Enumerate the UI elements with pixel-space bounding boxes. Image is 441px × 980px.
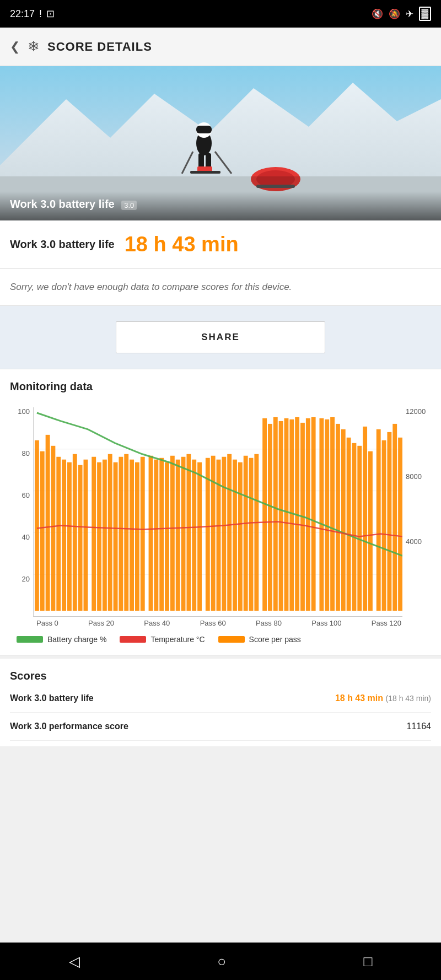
svg-rect-82 — [382, 440, 386, 610]
svg-rect-71 — [319, 418, 324, 610]
svg-rect-21 — [35, 440, 39, 610]
svg-rect-65 — [284, 418, 289, 610]
status-time: 22:17 — [10, 8, 35, 20]
page-title: SCORE DETAILS — [47, 40, 152, 54]
header: ❮ ❄ SCORE DETAILS — [0, 28, 441, 66]
temperature-legend-label: Temperature °C — [150, 635, 205, 644]
chart-container: 100 80 60 40 20 — [10, 402, 431, 649]
score-perf-value: 11164 — [407, 721, 432, 731]
svg-rect-43 — [159, 457, 164, 610]
legend-temperature: Temperature °C — [120, 635, 205, 644]
svg-rect-12 — [190, 171, 220, 174]
svg-rect-35 — [114, 462, 118, 610]
svg-rect-33 — [103, 459, 107, 610]
monitoring-section: Monitoring data 100 80 60 40 20 — [0, 369, 441, 655]
svg-rect-36 — [119, 456, 123, 610]
score-item-battery-life: Work 3.0 battery life 18 h 43 min (18 h … — [10, 685, 431, 713]
svg-rect-81 — [377, 429, 381, 610]
svg-rect-52 — [211, 455, 216, 610]
svg-rect-29 — [78, 465, 83, 610]
score-perf-label: Work 3.0 performance score — [10, 721, 128, 731]
svg-rect-38 — [130, 459, 134, 610]
hero-overlay: Work 3.0 battery life 3.0 — [0, 191, 441, 220]
battery-score-number: 18 h 43 min — [335, 693, 383, 703]
svg-rect-80 — [368, 451, 373, 610]
scores-title: Scores — [10, 670, 431, 682]
svg-rect-51 — [206, 457, 210, 610]
score-row: Work 3.0 battery life 18 h 43 min — [10, 233, 431, 256]
snowflake-icon: ❄ — [28, 38, 40, 55]
share-section: SHARE — [0, 306, 441, 369]
chart-yaxis-left: 100 80 60 40 20 — [15, 407, 33, 617]
hero-title: Work 3.0 battery life — [10, 198, 115, 210]
svg-rect-63 — [273, 417, 278, 610]
home-nav-icon[interactable]: ○ — [217, 953, 226, 970]
hero-image: Work 3.0 battery life 3.0 — [0, 66, 441, 220]
mute-icon: 🔇 — [372, 8, 383, 20]
battery-legend-label: Battery charge % — [47, 635, 106, 644]
status-bar: 22:17 ! ⊡ 🔇 🔕 ✈ ▓ — [0, 0, 441, 28]
svg-rect-24 — [51, 445, 55, 610]
status-bar-right: 🔇 🔕 ✈ ▓ — [372, 7, 431, 21]
svg-rect-27 — [67, 462, 72, 610]
svg-rect-57 — [238, 462, 243, 610]
svg-rect-40 — [141, 456, 145, 610]
svg-rect-53 — [217, 459, 221, 610]
svg-rect-49 — [192, 459, 196, 610]
svg-rect-85 — [398, 437, 402, 610]
xaxis-label-pass0: Pass 0 — [36, 619, 58, 627]
svg-rect-22 — [40, 451, 45, 610]
svg-rect-78 — [357, 445, 362, 610]
monitoring-title: Monitoring data — [10, 380, 431, 393]
nav-bar: ◁ ○ □ — [0, 943, 441, 980]
svg-rect-62 — [268, 423, 272, 610]
svg-rect-72 — [325, 419, 329, 610]
compare-section: Sorry, we don't have enough data to comp… — [0, 269, 441, 306]
compare-text: Sorry, we don't have enough data to comp… — [10, 280, 431, 294]
legend-score: Score per pass — [218, 635, 301, 644]
svg-rect-60 — [254, 454, 259, 610]
score-battery-label: Work 3.0 battery life — [10, 693, 94, 703]
chart-legend: Battery charge % Temperature °C Score pe… — [15, 635, 431, 644]
svg-rect-56 — [233, 459, 237, 610]
svg-rect-34 — [108, 454, 112, 610]
battery-score-sub: (18 h 43 min) — [386, 694, 431, 703]
score-section: Work 3.0 battery life 18 h 43 min — [0, 220, 441, 269]
score-swatch — [218, 636, 245, 643]
back-nav-icon[interactable]: ◁ — [69, 953, 80, 970]
svg-rect-61 — [262, 418, 267, 610]
svg-rect-23 — [46, 434, 50, 610]
svg-rect-31 — [92, 456, 96, 610]
svg-rect-69 — [306, 418, 310, 610]
score-item-performance: Work 3.0 performance score 11164 — [10, 713, 431, 741]
status-bar-left: 22:17 ! ⊡ — [10, 8, 55, 20]
svg-rect-74 — [336, 423, 340, 610]
svg-rect-30 — [84, 459, 88, 610]
xaxis-label-pass40: Pass 40 — [144, 619, 170, 627]
svg-rect-39 — [135, 462, 139, 610]
score-label: Work 3.0 battery life — [10, 238, 115, 251]
temperature-swatch — [120, 636, 146, 643]
notification-icon: ! — [39, 8, 42, 20]
back-button[interactable]: ❮ — [10, 40, 20, 54]
battery-swatch — [17, 636, 43, 643]
scores-section: Scores Work 3.0 battery life 18 h 43 min… — [0, 655, 441, 746]
svg-rect-84 — [392, 423, 397, 610]
legend-battery: Battery charge % — [17, 635, 106, 644]
svg-rect-46 — [176, 459, 180, 610]
recent-nav-icon[interactable]: □ — [364, 953, 373, 970]
svg-rect-26 — [62, 459, 66, 610]
svg-rect-66 — [289, 419, 294, 610]
airplane-icon: ✈ — [406, 8, 413, 20]
svg-rect-83 — [387, 432, 391, 610]
bell-off-icon: 🔕 — [389, 8, 400, 20]
svg-rect-77 — [352, 443, 357, 610]
svg-rect-41 — [149, 455, 153, 610]
xaxis-label-pass80: Pass 80 — [256, 619, 282, 627]
svg-rect-50 — [197, 462, 202, 610]
svg-rect-79 — [363, 426, 367, 610]
svg-rect-59 — [249, 457, 254, 610]
svg-rect-58 — [244, 455, 248, 610]
share-button[interactable]: SHARE — [116, 321, 325, 353]
xaxis-label-pass100: Pass 100 — [311, 619, 341, 627]
